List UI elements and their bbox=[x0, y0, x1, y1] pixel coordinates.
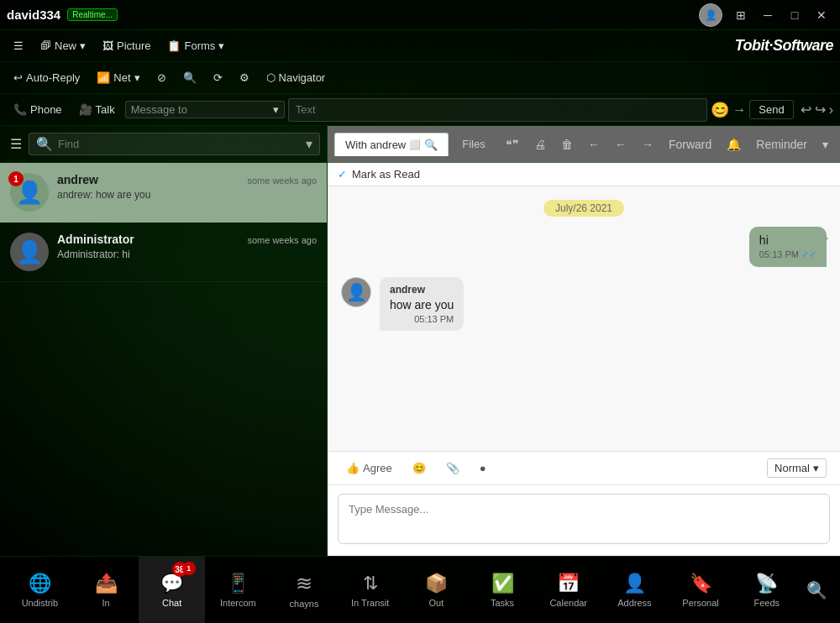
taskbar-item-in[interactable]: 📤 In bbox=[73, 557, 139, 623]
arrow-right-icon: → bbox=[732, 102, 746, 118]
priority-select: Normal ▾ bbox=[767, 458, 827, 478]
thumbs-up-icon: 👍 bbox=[346, 462, 360, 474]
tab-search-icon[interactable]: 🔍 bbox=[424, 139, 438, 151]
refresh-button[interactable]: ⟳ bbox=[207, 69, 229, 86]
navigator-icon: ⬡ bbox=[266, 71, 276, 84]
back-button[interactable]: ← bbox=[583, 135, 605, 154]
taskbar-search-button[interactable]: 🔍 bbox=[800, 557, 833, 623]
taskbar-item-chayns[interactable]: ≋ chayns bbox=[271, 557, 338, 623]
chayns-icon: ≋ bbox=[296, 572, 312, 595]
talk-button[interactable]: 🎥 Talk bbox=[72, 101, 122, 118]
message-incoming-andrew: 👤 andrew how are you 05:13 PM bbox=[341, 277, 827, 331]
taskbar-item-undistrib[interactable]: 🌐 Undistrib bbox=[7, 557, 73, 623]
autoreply-button[interactable]: ↩ Auto-Reply bbox=[7, 69, 87, 86]
tile-button[interactable]: ⊞ bbox=[729, 3, 753, 27]
search-input[interactable] bbox=[58, 138, 301, 150]
date-badge: July/26 2021 bbox=[543, 200, 624, 217]
search-dropdown-icon[interactable]: ▾ bbox=[306, 136, 312, 152]
address-label: Address bbox=[617, 598, 651, 608]
tab-files[interactable]: Files bbox=[452, 133, 495, 155]
minimize-button[interactable]: ─ bbox=[756, 3, 780, 27]
settings-button[interactable]: ⚙ bbox=[233, 69, 256, 86]
conversation-item-andrew[interactable]: 👤 1 andrew some weeks ago andrew: how ar… bbox=[0, 163, 327, 222]
new-button[interactable]: 🗊 New ▾ bbox=[34, 37, 92, 55]
normal-select-button[interactable]: Normal ▾ bbox=[767, 458, 827, 478]
message-input[interactable] bbox=[338, 494, 830, 544]
forms-chevron-icon: ▾ bbox=[218, 39, 224, 52]
navigator-button[interactable]: ⬡ Navigator bbox=[260, 69, 333, 86]
user-avatar[interactable]: 👤 bbox=[699, 3, 722, 27]
net-button[interactable]: 📶 Net ▾ bbox=[90, 69, 146, 86]
message-text-input[interactable] bbox=[288, 98, 708, 122]
msg-text-howareyou: how are you bbox=[390, 298, 454, 312]
forward-button[interactable]: Forward bbox=[664, 135, 717, 154]
delete-button[interactable]: 🗑 bbox=[556, 135, 578, 154]
send-button[interactable]: Send bbox=[749, 100, 793, 119]
date-divider: July/26 2021 bbox=[341, 200, 827, 217]
forward-circle-icon[interactable]: ↪ bbox=[815, 102, 826, 118]
taskbar-item-chat[interactable]: 38 💬 Chat 1 bbox=[139, 557, 205, 623]
conv-preview-andrew: andrew: how are you bbox=[57, 189, 317, 201]
panel-menu-button[interactable]: ☰ bbox=[7, 133, 25, 155]
taskbar-item-address[interactable]: 👤 Address bbox=[601, 557, 668, 623]
tasks-label: Tasks bbox=[491, 598, 514, 608]
forms-button[interactable]: 📋 Forms ▾ bbox=[160, 37, 231, 55]
taskbar-item-feeds[interactable]: 📡 Feeds bbox=[733, 557, 800, 623]
search-toolbar-button[interactable]: 🔍 bbox=[176, 69, 203, 86]
right-panel: With andrew ⬜ 🔍 Files ❝❞ 🖨 🗑 ← ← → Forwa… bbox=[328, 126, 840, 556]
emoji-button[interactable]: 😊 bbox=[711, 101, 729, 119]
tab-icon: ⬜ bbox=[409, 139, 421, 150]
priority-chevron-icon: ▾ bbox=[813, 462, 819, 474]
chat-badge-1: 1 bbox=[182, 562, 196, 575]
intransit-icon: ⇅ bbox=[363, 573, 378, 594]
print-button[interactable]: 🖨 bbox=[529, 135, 551, 154]
search-icon: 🔍 bbox=[36, 136, 53, 152]
agree-button[interactable]: 👍 Agree bbox=[341, 459, 397, 477]
conversation-item-administrator[interactable]: 👤 Administrator some weeks ago Administr… bbox=[0, 222, 327, 282]
search-toolbar-icon: 🔍 bbox=[183, 71, 197, 84]
taskbar-item-personal[interactable]: 🔖 Personal bbox=[668, 557, 734, 623]
picture-button[interactable]: 🖼 Picture bbox=[96, 37, 157, 55]
search-box: 🔍 ▾ bbox=[29, 133, 320, 155]
restore-button[interactable]: □ bbox=[783, 3, 806, 27]
bubble-incoming-andrew: andrew how are you 05:13 PM bbox=[380, 277, 464, 331]
close-button[interactable]: ✕ bbox=[810, 3, 833, 27]
conversation-list: 👤 1 andrew some weeks ago andrew: how ar… bbox=[0, 163, 327, 556]
reminder-button[interactable]: Reminder bbox=[751, 135, 812, 154]
left-panel: ☰ 🔍 ▾ 👤 1 andrew bbox=[0, 126, 328, 556]
chayns-label: chayns bbox=[290, 599, 319, 609]
mark-read-bar[interactable]: ✓ Mark as Read bbox=[328, 163, 840, 186]
chat-tabs: With andrew ⬜ 🔍 Files ❝❞ 🖨 🗑 ← ← → Forwa… bbox=[328, 126, 840, 163]
more-button[interactable]: ▾ bbox=[817, 135, 833, 154]
taskbar-item-out[interactable]: 📦 Out bbox=[403, 557, 470, 623]
filter-button[interactable]: ⊘ bbox=[150, 69, 173, 86]
taskbar-item-intransit[interactable]: ⇅ In Transit bbox=[337, 557, 403, 623]
taskbar-item-calendar[interactable]: 📅 Calendar bbox=[535, 557, 601, 623]
main-content: ☰ 🔍 ▾ 👤 1 andrew bbox=[0, 126, 840, 556]
msg-text-hi: hi bbox=[759, 233, 816, 247]
conv-time-andrew: some weeks ago bbox=[247, 175, 317, 186]
back-circle-icon[interactable]: ↩ bbox=[801, 102, 811, 118]
undistrib-icon: 🌐 bbox=[29, 573, 51, 594]
incoming-sender-name: andrew bbox=[390, 284, 454, 296]
in-label: In bbox=[102, 598, 109, 608]
back2-button[interactable]: ← bbox=[610, 135, 632, 154]
taskbar-item-tasks[interactable]: ✅ Tasks bbox=[470, 557, 536, 623]
phone-button[interactable]: 📞 Phone bbox=[7, 101, 69, 118]
taskbar-item-intercom[interactable]: 📱 Intercom bbox=[205, 557, 271, 623]
menu-button[interactable]: ☰ bbox=[7, 37, 30, 55]
undistrib-label: Undistrib bbox=[22, 598, 58, 608]
quote-button[interactable]: ❝❞ bbox=[501, 135, 524, 154]
attach-button[interactable]: 📎 bbox=[441, 459, 465, 477]
tab-chat-andrew[interactable]: With andrew ⬜ 🔍 bbox=[334, 133, 449, 156]
brand-logo: Tobit·Software bbox=[735, 37, 833, 55]
chat-label: Chat bbox=[162, 598, 181, 608]
out-label: Out bbox=[429, 598, 444, 608]
personal-label: Personal bbox=[682, 598, 718, 608]
chevron-right-icon[interactable]: › bbox=[829, 102, 833, 118]
msg-meta-howareyou: 05:13 PM bbox=[390, 314, 454, 324]
window-controls: ⊞ ─ □ ✕ bbox=[729, 3, 833, 27]
message-to-select[interactable]: Message to ▾ bbox=[125, 101, 285, 118]
emoji-reaction-button[interactable]: 😊 bbox=[407, 459, 431, 477]
new-icon: 🗊 bbox=[40, 39, 51, 52]
